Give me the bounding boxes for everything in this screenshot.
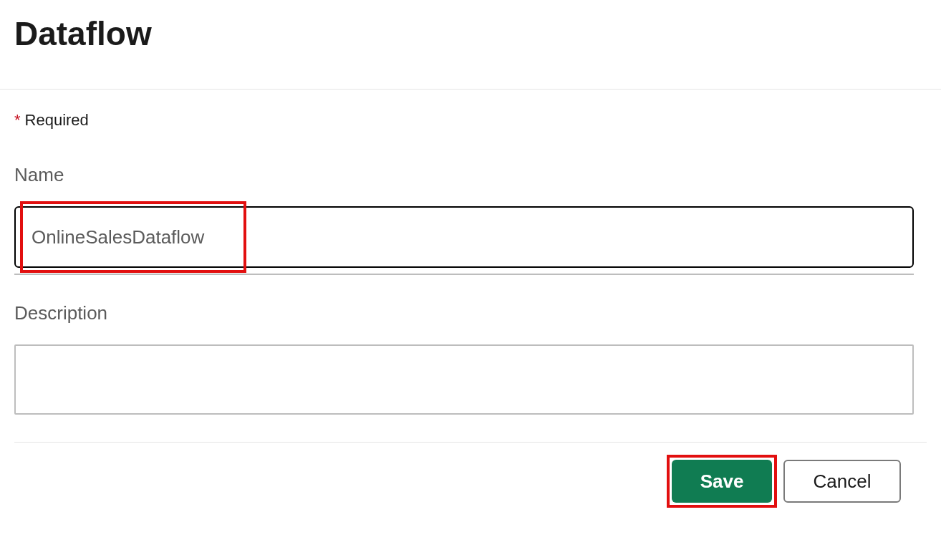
- required-asterisk: *: [14, 111, 21, 129]
- button-row: Save Cancel: [14, 443, 927, 503]
- name-input[interactable]: [14, 206, 914, 268]
- description-field-label: Description: [14, 302, 927, 324]
- save-button-wrapper: Save: [672, 460, 772, 503]
- page-title: Dataflow: [0, 0, 941, 53]
- description-section: Description: [14, 302, 927, 417]
- cancel-button[interactable]: Cancel: [783, 460, 901, 503]
- name-field-label: Name: [14, 164, 927, 186]
- required-indicator: *Required: [14, 111, 927, 130]
- save-button[interactable]: Save: [672, 460, 772, 503]
- name-input-wrapper: [14, 206, 927, 268]
- form-content: *Required Name Description Save Cancel: [0, 90, 941, 503]
- name-underline: [14, 274, 914, 275]
- description-input[interactable]: [14, 344, 914, 415]
- required-label: Required: [25, 111, 89, 129]
